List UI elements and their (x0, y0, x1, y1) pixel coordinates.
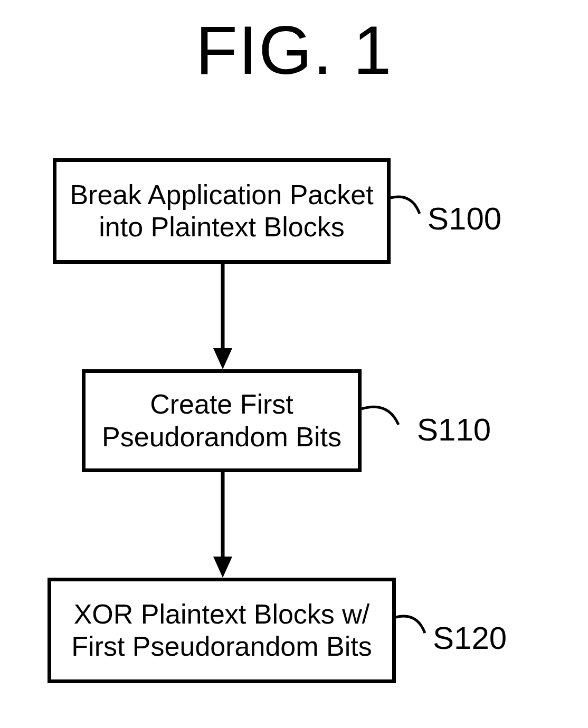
leader-s110 (362, 401, 414, 438)
step-text: Create First Pseudorandom Bits (102, 388, 342, 453)
step-label-s110: S110 (417, 411, 491, 448)
step-line1: Create First (150, 389, 293, 419)
step-box-s110: Create First Pseudorandom Bits (82, 369, 362, 472)
step-text: XOR Plaintext Blocks w/ First Pseudorand… (71, 598, 372, 663)
svg-marker-1 (213, 348, 232, 369)
figure-canvas: FIG. 1 Break Application Packet into Pla… (0, 0, 588, 728)
step-label-s100: S100 (428, 200, 501, 237)
arrow-s100-s110 (216, 264, 238, 369)
step-box-s120: XOR Plaintext Blocks w/ First Pseudorand… (48, 578, 396, 683)
step-line1: Break Application Packet (70, 179, 373, 210)
step-line1: XOR Plaintext Blocks w/ (74, 599, 370, 629)
step-box-s100: Break Application Packet into Plaintext … (53, 158, 391, 264)
arrow-s110-s120 (216, 472, 238, 578)
step-line2: into Plaintext Blocks (99, 212, 344, 242)
step-line2: First Pseudorandom Bits (71, 631, 372, 662)
figure-title: FIG. 1 (0, 11, 588, 90)
svg-marker-3 (213, 557, 232, 578)
step-line2: Pseudorandom Bits (102, 422, 342, 452)
step-text: Break Application Packet into Plaintext … (70, 179, 373, 244)
step-label-s120: S120 (433, 620, 507, 656)
